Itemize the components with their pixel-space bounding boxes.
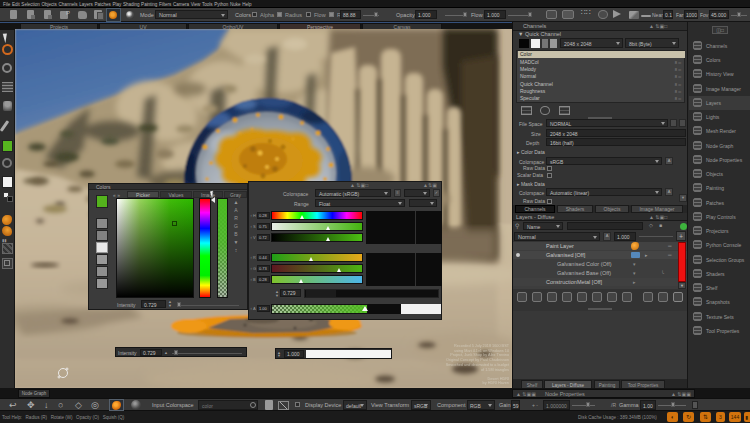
svg-text:of 1.5M triangles: of 1.5M triangles — [481, 368, 509, 372]
svg-text:Original Concept by Paul Chade: Original Concept by Paul Chadeisson — [446, 358, 509, 362]
svg-text:by HDRI Haven: by HDRI Haven — [483, 381, 509, 385]
svg-text:Project, Junk Shop by Alex Tre: Project, Junk Shop by Alex Trevino — [450, 353, 509, 357]
svg-text:Recorded 5 July 2018 1600 BST: Recorded 5 July 2018 1600 BST — [454, 344, 510, 348]
svg-text:using Mari 4.1v1 on Windows 10: using Mari 4.1v1 on Windows 10 — [454, 349, 509, 353]
svg-text:Desert HDRI: Desert HDRI — [487, 377, 509, 381]
svg-text:Smoothed and decimated to a bu: Smoothed and decimated to a budget — [446, 363, 510, 367]
